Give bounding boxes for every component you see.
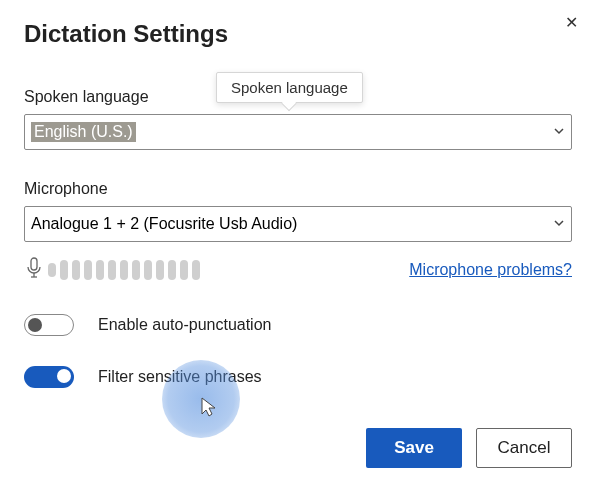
dialog-title: Dictation Settings (24, 20, 572, 48)
dictation-settings-dialog: ✕ Dictation Settings Spoken language Spo… (0, 0, 596, 492)
level-bar (156, 260, 164, 280)
svg-rect-0 (31, 258, 37, 270)
level-bar (72, 260, 80, 280)
filter-sensitive-label: Filter sensitive phrases (98, 368, 262, 386)
chevron-down-icon (553, 123, 565, 141)
filter-sensitive-toggle[interactable] (24, 366, 74, 388)
level-bar (48, 263, 56, 277)
auto-punctuation-toggle[interactable] (24, 314, 74, 336)
save-button[interactable]: Save (366, 428, 462, 468)
microphone-label: Microphone (24, 180, 572, 198)
level-bar (132, 260, 140, 280)
level-bar (168, 260, 176, 280)
cancel-button[interactable]: Cancel (476, 428, 572, 468)
level-bar (120, 260, 128, 280)
chevron-down-icon (553, 215, 565, 233)
close-icon[interactable]: ✕ (560, 12, 582, 34)
microphone-value: Analogue 1 + 2 (Focusrite Usb Audio) (31, 215, 297, 233)
level-bar (60, 260, 68, 280)
level-bar (144, 260, 152, 280)
microphone-icon (24, 256, 44, 284)
level-bar (84, 260, 92, 280)
auto-punctuation-label: Enable auto-punctuation (98, 316, 271, 334)
level-bar (180, 260, 188, 280)
level-bar (192, 260, 200, 280)
microphone-select[interactable]: Analogue 1 + 2 (Focusrite Usb Audio) (24, 206, 572, 242)
microphone-problems-link[interactable]: Microphone problems? (409, 261, 572, 279)
auto-punctuation-row: Enable auto-punctuation (24, 314, 572, 336)
level-bar (108, 260, 116, 280)
spoken-language-value: English (U.S.) (31, 122, 136, 142)
mic-meter-row: Microphone problems? (24, 256, 572, 284)
mic-level-meter (24, 256, 200, 284)
spoken-language-select[interactable]: English (U.S.) (24, 114, 572, 150)
dialog-buttons: Save Cancel (24, 428, 572, 468)
spoken-language-tooltip: Spoken language (216, 72, 363, 103)
level-bar (96, 260, 104, 280)
filter-sensitive-row: Filter sensitive phrases (24, 366, 572, 388)
